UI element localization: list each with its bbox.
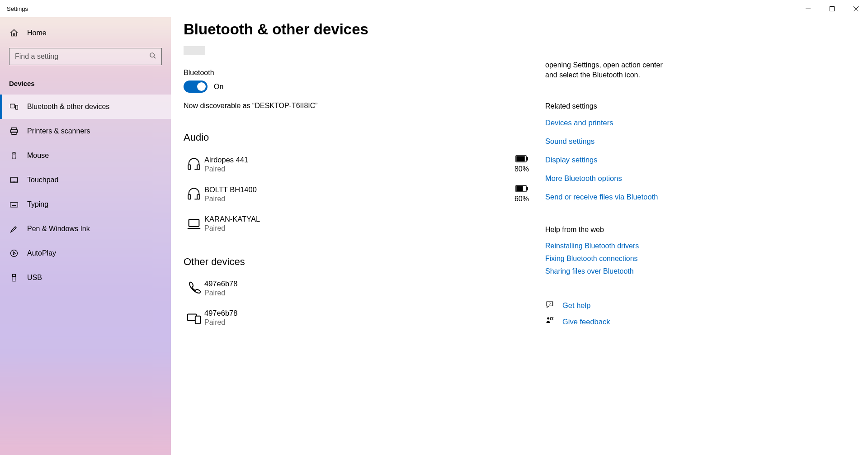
sidebar-item-bluetooth[interactable]: Bluetooth & other devices <box>0 95 171 119</box>
home-button[interactable]: Home <box>0 22 171 44</box>
other-devices-heading: Other devices <box>184 256 532 268</box>
sidebar-item-label: Pen & Windows Ink <box>27 225 90 233</box>
sidebar-item-usb[interactable]: USB <box>0 265 171 290</box>
svg-point-22 <box>11 250 18 257</box>
help-icon: ? <box>545 300 554 311</box>
device-row[interactable]: 497e6b78 Paired <box>184 276 532 305</box>
sidebar-item-touchpad[interactable]: Touchpad <box>0 168 171 192</box>
svg-rect-16 <box>10 203 18 207</box>
printer-icon <box>9 126 19 136</box>
svg-rect-26 <box>197 165 200 169</box>
svg-rect-6 <box>10 104 15 108</box>
sidebar-item-label: Printers & scanners <box>27 127 90 135</box>
laptop-icon <box>184 216 204 232</box>
battery-icon <box>515 185 528 194</box>
feedback-icon <box>545 316 554 327</box>
headset-icon <box>184 186 204 202</box>
search-input[interactable] <box>9 48 162 65</box>
battery-percent: 60% <box>514 195 529 203</box>
sidebar-heading: Devices <box>0 74 171 95</box>
svg-point-40 <box>547 318 549 320</box>
link-devices-printers[interactable]: Devices and printers <box>545 118 855 127</box>
device-status: Paired <box>204 224 532 232</box>
add-device-cutoff[interactable] <box>184 46 205 55</box>
pen-icon <box>9 224 19 234</box>
sidebar-item-label: USB <box>27 274 42 282</box>
svg-line-5 <box>154 57 156 58</box>
svg-rect-25 <box>188 165 191 169</box>
device-status: Paired <box>204 195 514 203</box>
titlebar: Settings <box>0 0 868 17</box>
minimize-button[interactable] <box>796 0 820 17</box>
svg-rect-10 <box>12 132 16 135</box>
svg-rect-38 <box>195 316 200 323</box>
link-display-settings[interactable]: Display settings <box>545 156 855 164</box>
sidebar-item-label: Bluetooth & other devices <box>27 103 109 111</box>
sidebar-item-label: Touchpad <box>27 176 58 184</box>
device-row[interactable]: 497e6b78 Paired <box>184 305 532 335</box>
svg-rect-8 <box>11 128 17 130</box>
devices-icon <box>9 102 19 112</box>
bluetooth-label: Bluetooth <box>184 69 532 77</box>
svg-rect-35 <box>189 219 199 227</box>
help-heading: Help from the web <box>545 226 855 234</box>
device-row[interactable]: KARAN-KATYAL Paired <box>184 211 532 241</box>
mouse-icon <box>9 151 19 161</box>
sidebar-item-autoplay[interactable]: AutoPlay <box>0 241 171 265</box>
battery-percent: 80% <box>514 165 529 173</box>
sidebar-item-mouse[interactable]: Mouse <box>0 143 171 168</box>
device-status: Paired <box>204 165 514 173</box>
svg-rect-31 <box>197 194 200 199</box>
svg-rect-23 <box>13 275 16 277</box>
sidebar-item-label: Typing <box>27 200 48 209</box>
sidebar-item-label: Mouse <box>27 152 49 160</box>
headset-icon <box>184 156 204 172</box>
device-name: 497e6b78 <box>204 309 532 318</box>
aside-panel: opening Settings, open action center and… <box>532 17 855 455</box>
sidebar-item-label: AutoPlay <box>27 249 56 257</box>
svg-point-4 <box>150 53 154 57</box>
link-send-receive-files[interactable]: Send or receive files via Bluetooth <box>545 193 855 201</box>
device-name: KARAN-KATYAL <box>204 215 532 223</box>
link-reinstall-drivers[interactable]: Reinstalling Bluetooth drivers <box>545 242 855 250</box>
home-icon <box>9 28 19 38</box>
autoplay-icon <box>9 248 19 258</box>
discoverable-text: Now discoverable as “DESKTOP-T6II8IC” <box>184 102 532 110</box>
link-sharing-files[interactable]: Sharing files over Bluetooth <box>545 267 855 275</box>
give-feedback-link[interactable]: Give feedback <box>562 318 610 326</box>
svg-rect-29 <box>517 156 524 161</box>
svg-rect-1 <box>830 6 835 11</box>
get-help-link[interactable]: Get help <box>562 301 590 310</box>
maximize-button[interactable] <box>820 0 844 17</box>
related-settings-heading: Related settings <box>545 102 855 110</box>
device-row[interactable]: Airdopes 441 Paired 80% <box>184 152 532 181</box>
multi-device-icon <box>184 310 204 326</box>
link-sound-settings[interactable]: Sound settings <box>545 137 855 146</box>
keyboard-icon <box>9 199 19 209</box>
sidebar-item-pen[interactable]: Pen & Windows Ink <box>0 217 171 241</box>
device-row[interactable]: BOLTT BH1400 Paired 60% <box>184 181 532 211</box>
battery-icon <box>515 155 528 164</box>
device-name: 497e6b78 <box>204 280 532 288</box>
bluetooth-toggle[interactable] <box>184 81 208 93</box>
link-fixing-bluetooth[interactable]: Fixing Bluetooth connections <box>545 255 855 263</box>
window-title: Settings <box>0 5 28 12</box>
close-button[interactable] <box>844 0 868 17</box>
sidebar-item-typing[interactable]: Typing <box>0 192 171 217</box>
phone-icon <box>184 281 204 296</box>
svg-rect-7 <box>15 105 18 109</box>
sidebar-item-printers[interactable]: Printers & scanners <box>0 119 171 143</box>
usb-icon <box>9 273 19 283</box>
main-panel: Bluetooth & other devices Bluetooth On N… <box>184 17 532 455</box>
touchpad-icon <box>9 175 19 185</box>
svg-rect-28 <box>527 157 528 160</box>
page-title: Bluetooth & other devices <box>184 21 532 38</box>
bluetooth-toggle-state: On <box>214 83 223 91</box>
device-status: Paired <box>204 318 532 327</box>
svg-text:?: ? <box>549 302 551 306</box>
search-icon <box>149 52 156 61</box>
svg-rect-34 <box>517 186 523 191</box>
audio-heading: Audio <box>184 132 532 143</box>
link-more-bluetooth[interactable]: More Bluetooth options <box>545 174 855 183</box>
device-name: Airdopes 441 <box>204 156 514 164</box>
